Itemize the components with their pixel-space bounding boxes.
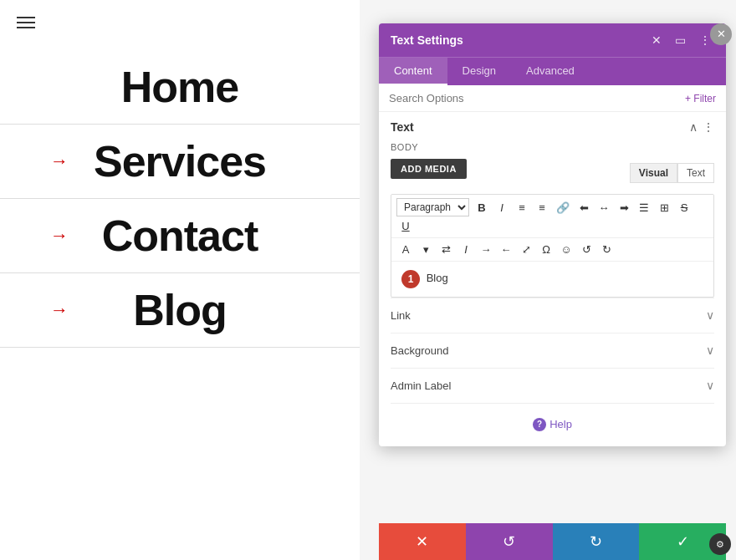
nav-label-home: Home — [121, 63, 238, 111]
editor-text: Blog — [427, 272, 448, 284]
view-toggle: Visual Text — [630, 163, 714, 183]
table-button[interactable]: ⊞ — [655, 200, 673, 216]
panel-minimize-button[interactable]: ✕ — [648, 32, 665, 48]
arrow-icon-blog: → — [50, 299, 69, 321]
help-icon: ? — [533, 418, 546, 431]
section-collapse-button[interactable]: ∧ — [689, 120, 698, 134]
section-header: Text ∧ ⋮ — [391, 120, 714, 134]
arrow-icon-contact: → — [50, 225, 69, 247]
corner-settings-icon[interactable]: ⚙ — [709, 533, 731, 555]
background-label: Background — [391, 344, 448, 357]
link-chevron-icon: ∨ — [706, 308, 714, 323]
undo-editor-button[interactable]: ↺ — [577, 242, 595, 257]
section-actions: ∧ ⋮ — [689, 120, 714, 134]
admin-label: Admin Label — [391, 379, 451, 392]
help-link[interactable]: ? Help — [533, 418, 572, 431]
undo-icon: ↺ — [503, 532, 515, 551]
emoji-button[interactable]: ☺ — [557, 242, 575, 257]
admin-label-section-header[interactable]: Admin Label ∨ — [391, 379, 714, 393]
align-right-button[interactable]: ➡ — [615, 200, 633, 216]
help-label: Help — [549, 418, 572, 430]
editor-content-area[interactable]: 1 Blog — [391, 261, 713, 297]
panel-header-actions: ✕ ▭ ⋮ — [648, 32, 714, 48]
redo-button[interactable]: ↻ — [553, 523, 640, 560]
visual-view-button[interactable]: Visual — [630, 163, 677, 183]
editor-toolbar: Paragraph Heading 1 Heading 2 B I ≡ ≡ 🔗 … — [391, 194, 714, 298]
search-bar: + Filter — [379, 85, 726, 112]
background-chevron-icon: ∨ — [706, 344, 714, 358]
italic-button[interactable]: I — [493, 200, 511, 216]
badge-1: 1 — [401, 270, 420, 288]
toolbar-row1: Paragraph Heading 1 Heading 2 B I ≡ ≡ 🔗 … — [391, 195, 713, 238]
ol-button[interactable]: ≡ — [533, 200, 551, 216]
section-title: Text — [391, 120, 414, 134]
strikethrough-button[interactable]: S — [675, 200, 693, 216]
filter-button[interactable]: + Filter — [685, 93, 716, 104]
format-select[interactable]: Paragraph Heading 1 Heading 2 — [396, 198, 469, 216]
outdent-button[interactable]: ← — [497, 242, 515, 257]
cancel-icon: ✕ — [416, 532, 428, 551]
tab-design[interactable]: Design — [447, 58, 511, 85]
collapsible-link: Link ∨ — [391, 298, 714, 333]
nav-item-services[interactable]: → Services — [0, 125, 360, 199]
nav-label-blog: Blog — [133, 286, 227, 334]
panel-outside-close[interactable]: ✕ — [710, 23, 732, 45]
panel-header: Text Settings ✕ ▭ ⋮ — [379, 23, 726, 57]
page-content: Home → Services → Contact → Blog — [0, 0, 360, 560]
link-section-header[interactable]: Link ∨ — [391, 308, 714, 323]
action-bar: ✕ ↺ ↻ ✓ — [379, 523, 726, 560]
fullscreen-button[interactable]: ⤢ — [517, 242, 535, 257]
add-media-button[interactable]: ADD MEDIA — [391, 159, 467, 179]
nav-item-home[interactable]: Home — [0, 50, 360, 125]
admin-label-chevron-icon: ∨ — [706, 379, 714, 393]
nav-item-contact[interactable]: → Contact — [0, 199, 360, 273]
align-left-button[interactable]: ⬅ — [575, 200, 593, 216]
arrow-icon-services: → — [50, 150, 69, 172]
help-section: ? Help — [391, 403, 714, 438]
panel-expand-button[interactable]: ▭ — [672, 32, 689, 48]
nav-item-blog[interactable]: → Blog — [0, 273, 360, 348]
tab-advanced[interactable]: Advanced — [511, 58, 590, 85]
undo-button[interactable]: ↺ — [466, 523, 553, 560]
ul-button[interactable]: ≡ — [513, 200, 531, 216]
bold-button[interactable]: B — [473, 200, 491, 216]
search-input[interactable] — [389, 92, 685, 104]
body-label: Body — [391, 142, 714, 152]
collapsible-background: Background ∨ — [391, 333, 714, 368]
special-char-button[interactable]: Ω — [537, 242, 555, 257]
background-section-header[interactable]: Background ∨ — [391, 344, 714, 358]
hamburger-menu[interactable] — [17, 17, 35, 28]
indent-button[interactable]: → — [477, 242, 495, 257]
nav-label-services: Services — [94, 137, 266, 186]
panel-tabs: Content Design Advanced — [379, 57, 726, 85]
align-center-button[interactable]: ↔ — [595, 200, 613, 216]
redo-icon: ↻ — [590, 532, 602, 551]
underline-button[interactable]: U — [396, 218, 415, 234]
save-icon: ✓ — [677, 532, 689, 551]
italic2-button[interactable]: I — [457, 242, 475, 257]
align-justify-button[interactable]: ☰ — [635, 200, 653, 216]
nav-label-contact: Contact — [102, 211, 258, 260]
settings-panel: Text Settings ✕ ▭ ⋮ Content Design Advan… — [379, 23, 726, 446]
panel-body: Text ∧ ⋮ Body ADD MEDIA Visual Text Para… — [379, 112, 726, 446]
cancel-button[interactable]: ✕ — [379, 523, 466, 560]
text-color-dropdown[interactable]: ▾ — [417, 242, 435, 257]
panel-title: Text Settings — [391, 33, 463, 47]
clear-format-button[interactable]: ⇄ — [437, 242, 455, 257]
toolbar-row2: A ▾ ⇄ I → ← ⤢ Ω ☺ ↺ ↻ — [391, 238, 713, 261]
text-color-button[interactable]: A — [396, 242, 415, 257]
tab-content[interactable]: Content — [379, 58, 447, 85]
text-view-button[interactable]: Text — [677, 163, 714, 183]
collapsible-admin-label: Admin Label ∨ — [391, 368, 714, 403]
link-button[interactable]: 🔗 — [553, 200, 573, 216]
redo-editor-button[interactable]: ↻ — [597, 242, 616, 257]
link-label: Link — [391, 309, 411, 322]
section-more-button[interactable]: ⋮ — [703, 120, 714, 134]
